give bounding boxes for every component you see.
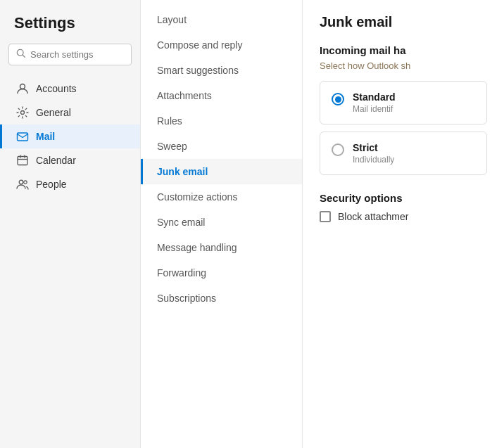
sidebar: Settings Accounts General xyxy=(0,0,141,448)
menu-item-smart[interactable]: Smart suggestions xyxy=(141,58,302,83)
block-attach-checkbox[interactable] xyxy=(320,211,331,222)
block-attach-row[interactable]: Block attachmer xyxy=(320,211,487,222)
right-panel: Junk email Incoming mail ha Select how O… xyxy=(303,0,504,448)
menu-item-sync[interactable]: Sync email xyxy=(141,210,302,235)
menu-item-attachments[interactable]: Attachments xyxy=(141,83,302,108)
sidebar-item-people-label: People xyxy=(36,179,67,190)
option-strict-desc: Individually xyxy=(353,155,394,165)
menu-item-layout[interactable]: Layout xyxy=(141,7,302,32)
incoming-heading: Incoming mail ha xyxy=(320,44,487,56)
incoming-section: Incoming mail ha Select how Outlook sh S… xyxy=(320,44,487,175)
person-icon xyxy=(16,82,29,95)
svg-point-2 xyxy=(20,84,25,89)
menu-item-junk[interactable]: Junk email xyxy=(141,159,302,184)
option-strict[interactable]: Strict Individually xyxy=(320,132,487,175)
middle-panel: Layout Compose and reply Smart suggestio… xyxy=(141,0,303,448)
option-strict-text: Strict Individually xyxy=(353,142,394,165)
sidebar-item-calendar-label: Calendar xyxy=(36,155,76,166)
sidebar-item-general-label: General xyxy=(36,107,71,118)
svg-line-1 xyxy=(23,55,25,57)
menu-item-compose[interactable]: Compose and reply xyxy=(141,32,302,58)
page-title: Junk email xyxy=(320,14,487,30)
svg-rect-4 xyxy=(18,133,28,141)
search-box[interactable] xyxy=(8,44,132,65)
block-attach-label: Block attachmer xyxy=(338,211,408,222)
sidebar-item-calendar[interactable]: Calendar xyxy=(0,148,140,172)
app-title: Settings xyxy=(0,14,140,44)
sidebar-item-mail-label: Mail xyxy=(36,131,55,142)
menu-item-subscriptions[interactable]: Subscriptions xyxy=(141,286,302,311)
svg-point-3 xyxy=(21,111,25,115)
option-strict-label: Strict xyxy=(353,142,394,153)
sidebar-item-mail[interactable]: Mail xyxy=(0,124,140,148)
option-standard-label: Standard xyxy=(353,91,396,103)
svg-rect-5 xyxy=(18,157,27,165)
sidebar-item-people[interactable]: People xyxy=(0,172,140,196)
radio-strict[interactable] xyxy=(332,143,344,156)
sidebar-item-accounts-label: Accounts xyxy=(36,83,77,94)
people-icon xyxy=(16,178,29,191)
svg-point-10 xyxy=(24,181,27,184)
gear-icon xyxy=(16,106,29,119)
radio-standard[interactable] xyxy=(332,93,344,105)
security-section: Security options Block attachmer xyxy=(320,192,487,222)
search-input[interactable] xyxy=(30,49,124,60)
sidebar-item-accounts[interactable]: Accounts xyxy=(0,77,140,101)
menu-item-forwarding[interactable]: Forwarding xyxy=(141,260,302,286)
option-standard-desc: Mail identif xyxy=(353,104,396,114)
menu-item-sweep[interactable]: Sweep xyxy=(141,134,302,159)
svg-point-9 xyxy=(19,180,23,184)
option-standard[interactable]: Standard Mail identif xyxy=(320,81,487,124)
incoming-subtitle: Select how Outlook sh xyxy=(320,60,487,71)
option-standard-text: Standard Mail identif xyxy=(353,91,396,114)
menu-item-customize[interactable]: Customize actions xyxy=(141,184,302,210)
menu-item-message[interactable]: Message handling xyxy=(141,235,302,260)
mail-icon xyxy=(16,130,29,143)
sidebar-item-general[interactable]: General xyxy=(0,101,140,124)
security-heading: Security options xyxy=(320,192,487,204)
calendar-icon xyxy=(16,154,29,167)
radio-standard-fill xyxy=(335,96,341,103)
search-icon xyxy=(16,49,26,60)
menu-item-rules[interactable]: Rules xyxy=(141,108,302,134)
